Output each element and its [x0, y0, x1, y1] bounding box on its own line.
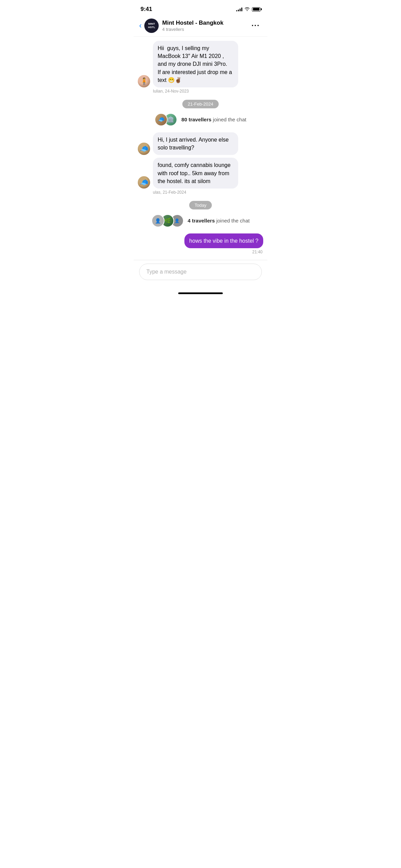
message-row: 🧢 found, comfy cannabis lounge with roof… — [134, 158, 267, 189]
status-time: 9:41 — [141, 6, 152, 13]
header-info: Mint Hostel - Bangkok 4 travellers — [162, 20, 249, 32]
message-row: 🧍 Hii guys, I selling my MacBook 13″ Air… — [134, 41, 267, 87]
message-bubble: found, comfy cannabis lounge with roof t… — [153, 158, 238, 189]
message-sender-time: ulas, 21-Feb-2024 — [153, 190, 186, 195]
date-badge: 21-Feb-2024 — [182, 100, 219, 108]
status-bar: 9:41 — [134, 0, 267, 16]
back-button[interactable]: ‹ — [136, 20, 144, 32]
home-indicator — [134, 290, 267, 296]
sender-avatar: 🧢 — [138, 143, 150, 155]
date-separator: 21-Feb-2024 — [134, 100, 267, 108]
message-meta: Iulian, 24-Nov-2023 — [134, 89, 267, 94]
message-text: Hi, I just arrived. Anyone else solo tra… — [158, 137, 229, 150]
message-row: 🧢 Hi, I just arrived. Anyone else solo t… — [134, 132, 267, 155]
group-avatar: MINTHSTL — [144, 19, 159, 33]
group-avatar-text: MINTHSTL — [148, 22, 155, 29]
message-input[interactable] — [139, 264, 262, 280]
chat-area: 🧍 Hii guys, I selling my MacBook 13″ Air… — [134, 37, 267, 260]
system-text: 4 travellers joined the chat — [188, 218, 250, 224]
message-row-outgoing: hows the vibe in the hostel ? — [134, 233, 267, 248]
message-timestamp: 21:40 — [252, 250, 263, 254]
sender-avatar: 🧍 — [138, 75, 150, 87]
more-options-button[interactable]: ··· — [250, 20, 262, 32]
message-group: 🧢 found, comfy cannabis lounge with roof… — [134, 158, 267, 195]
chat-title: Mint Hostel - Bangkok — [162, 20, 249, 26]
message-bubble-outgoing: hows the vibe in the hostel ? — [184, 233, 263, 248]
system-avatars: 🧢 🏛️ — [155, 113, 177, 126]
input-area — [134, 260, 267, 290]
wifi-icon — [244, 7, 250, 12]
message-group-outgoing: hows the vibe in the hostel ? 21:40 — [134, 233, 267, 254]
signal-icon — [236, 7, 242, 11]
status-icons — [236, 7, 260, 12]
system-text: 80 travellers joined the chat — [181, 117, 246, 122]
message-text: found, comfy cannabis lounge with roof t… — [158, 162, 231, 184]
message-group: 🧢 Hi, I just arrived. Anyone else solo t… — [134, 132, 267, 155]
message-time: 21:40 — [134, 250, 267, 254]
date-badge: Today — [189, 201, 212, 209]
date-separator: Today — [134, 201, 267, 209]
battery-icon — [252, 7, 260, 12]
chat-subtitle: 4 travellers — [162, 27, 249, 32]
system-bold: 4 travellers — [188, 218, 215, 224]
message-bubble: Hii guys, I selling my MacBook 13″ Air M… — [153, 41, 238, 87]
message-bubble: Hi, I just arrived. Anyone else solo tra… — [153, 132, 238, 155]
home-bar — [178, 292, 223, 294]
message-sender-time: Iulian, 24-Nov-2023 — [153, 89, 189, 94]
message-meta: ulas, 21-Feb-2024 — [134, 190, 267, 195]
system-avatar-1: 🧢 — [155, 113, 168, 126]
system-message: 🧢 🏛️ 80 travellers joined the chat — [141, 113, 260, 126]
sender-avatar: 🧢 — [138, 176, 150, 189]
system-bold: 80 travellers — [181, 117, 211, 122]
system-avatar-1: 👤 — [151, 214, 165, 227]
system-message: 👤 🌿 👤 4 travellers joined the chat — [141, 214, 260, 227]
message-text: Hii guys, I selling my MacBook 13″ Air M… — [158, 45, 232, 83]
system-avatars: 👤 🌿 👤 — [151, 214, 184, 227]
message-text: hows the vibe in the hostel ? — [189, 238, 258, 244]
chat-header: ‹ MINTHSTL Mint Hostel - Bangkok 4 trave… — [134, 16, 267, 37]
